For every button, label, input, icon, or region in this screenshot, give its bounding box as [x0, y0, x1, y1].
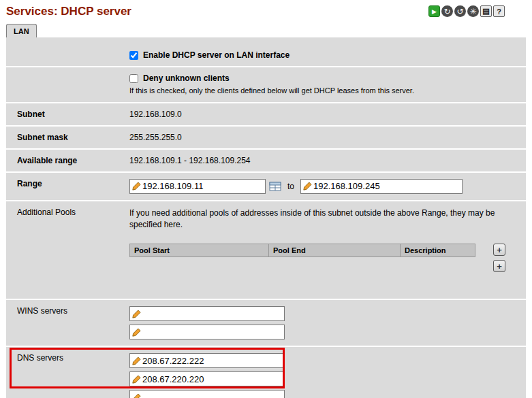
- enable-dhcp-checkbox[interactable]: [129, 51, 138, 60]
- dns-server-1-input[interactable]: [142, 356, 282, 366]
- deny-unknown-label: Deny unknown clients: [143, 73, 230, 83]
- row-dns: DNS servers: [6, 347, 526, 398]
- pool-start-header: Pool Start: [129, 244, 269, 257]
- settings-icon[interactable]: ✳: [467, 5, 479, 17]
- page-title: Services: DHCP server: [6, 5, 131, 18]
- subnet-label: Subnet: [6, 107, 129, 121]
- row-subnet: Subnet 192.168.109.0: [6, 103, 526, 127]
- pencil-icon: [132, 328, 141, 337]
- dns-servers-label: DNS servers: [6, 351, 129, 398]
- row-available-range: Available range 192.168.109.1 - 192.168.…: [6, 150, 526, 173]
- add-pool-button[interactable]: +: [493, 244, 505, 256]
- subnet-value: 192.168.109.0: [129, 107, 526, 121]
- log-icon[interactable]: ▤: [480, 5, 492, 17]
- address-picker-icon[interactable]: [269, 180, 281, 193]
- wins-servers-label: WINS servers: [6, 304, 129, 342]
- tab-lan[interactable]: LAN: [6, 24, 37, 37]
- settings-form: Enable DHCP server on LAN interface Deny…: [6, 37, 526, 398]
- add-pool-button-2[interactable]: +: [493, 260, 505, 272]
- enable-dhcp-label: Enable DHCP server on LAN interface: [143, 50, 290, 60]
- range-label: Range: [6, 177, 129, 196]
- row-wins: WINS servers: [6, 300, 526, 347]
- dhcp-server-page: Services: DHCP server ▶ ↻ ↺ ✳ ▤ ? LAN En…: [0, 0, 532, 398]
- range-to-input[interactable]: [313, 181, 460, 191]
- pencil-icon: [132, 393, 141, 398]
- header-icons: ▶ ↻ ↺ ✳ ▤ ?: [428, 5, 505, 17]
- page-header: Services: DHCP server ▶ ↻ ↺ ✳ ▤ ?: [0, 0, 532, 20]
- available-range-value: 192.168.109.1 - 192.168.109.254: [129, 154, 526, 167]
- tab-bar: LAN: [0, 20, 532, 37]
- row-range: Range to: [6, 173, 526, 201]
- pencil-icon: [303, 182, 312, 190]
- row-additional-pools: Additional Pools If you need additional …: [6, 201, 526, 301]
- pencil-icon: [132, 310, 141, 318]
- pool-end-header: Pool End: [269, 244, 401, 257]
- restart-service-icon[interactable]: ↻: [441, 5, 453, 17]
- stop-service-icon[interactable]: ↺: [454, 5, 466, 17]
- dns-server-3-input[interactable]: [142, 393, 282, 398]
- pencil-icon: [132, 182, 141, 190]
- range-from-input[interactable]: [142, 181, 263, 191]
- start-service-icon[interactable]: ▶: [428, 5, 440, 17]
- wins-server-2-input[interactable]: [142, 327, 282, 337]
- wins-server-1-input[interactable]: [142, 309, 282, 319]
- help-icon[interactable]: ?: [493, 5, 505, 17]
- row-subnet-mask: Subnet mask 255.255.255.0: [6, 127, 526, 150]
- additional-pools-label: Additional Pools: [6, 205, 129, 295]
- dns-server-2-input[interactable]: [142, 374, 282, 384]
- deny-unknown-checkbox[interactable]: [129, 74, 138, 83]
- row-enable: Enable DHCP server on LAN interface: [6, 44, 526, 67]
- subnet-mask-value: 255.255.255.0: [129, 131, 526, 144]
- pencil-icon: [132, 375, 141, 384]
- row-deny: Deny unknown clients If this is checked,…: [6, 67, 526, 103]
- additional-pools-help: If you need additional pools of addresse…: [129, 208, 519, 231]
- pool-description-header: Description: [401, 244, 475, 257]
- deny-unknown-help: If this is checked, only the clients def…: [129, 86, 519, 96]
- range-to-label: to: [287, 182, 294, 191]
- pencil-icon: [132, 356, 141, 365]
- available-range-label: Available range: [6, 154, 129, 167]
- pools-table: Pool Start Pool End Description + +: [129, 244, 519, 272]
- subnet-mask-label: Subnet mask: [6, 131, 129, 144]
